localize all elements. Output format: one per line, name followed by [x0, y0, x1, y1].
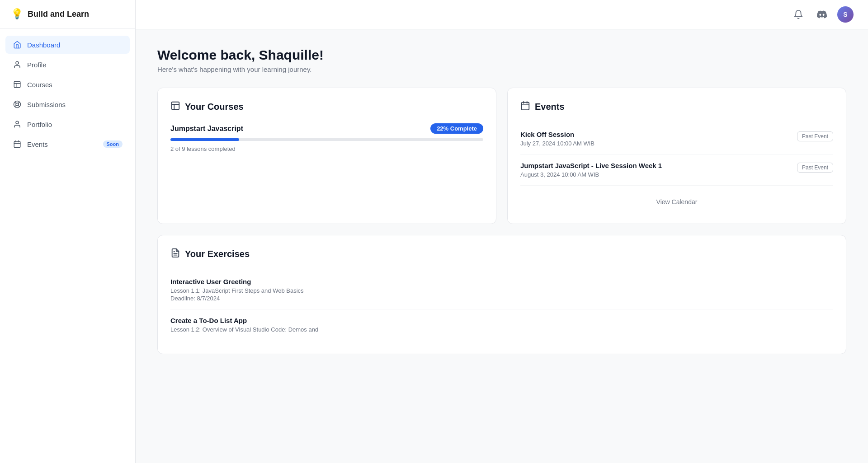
- courses-card: Your Courses Jumpstart Javascript 22% Co…: [157, 88, 496, 224]
- submissions-icon: [13, 100, 22, 109]
- events-card: Events Kick Off Session July 27, 2024 10…: [507, 88, 846, 224]
- sidebar-item-portfolio[interactable]: Portfolio: [5, 115, 130, 133]
- svg-rect-19: [522, 103, 529, 110]
- progress-bar-fill: [170, 138, 239, 141]
- welcome-subtitle: Here's what's happening with your learni…: [157, 65, 846, 73]
- exercise-item-2: Create a To-Do List App Lesson 1.2: Over…: [170, 309, 833, 341]
- exercises-card-title: Your Exercises: [185, 249, 250, 259]
- svg-line-9: [18, 102, 19, 103]
- sidebar: 💡 Build and Learn Dashboard Profile: [0, 0, 136, 463]
- sidebar-item-profile-label: Profile: [27, 61, 47, 69]
- exercise-1-deadline: Deadline: 8/7/2024: [170, 295, 833, 302]
- sidebar-item-submissions[interactable]: Submissions: [5, 95, 130, 113]
- event-2-date: August 3, 2024 10:00 AM WIB: [520, 171, 662, 178]
- event-1-name: Kick Off Session: [520, 131, 594, 138]
- progress-badge: 22% Complete: [430, 123, 483, 134]
- svg-line-10: [15, 105, 16, 107]
- svg-rect-12: [14, 141, 20, 148]
- sidebar-item-profile[interactable]: Profile: [5, 56, 130, 74]
- soon-badge: Soon: [103, 140, 123, 148]
- exercises-card: Your Exercises Interactive User Greeting…: [157, 235, 846, 354]
- events-card-header: Events: [520, 101, 833, 112]
- sidebar-item-submissions-label: Submissions: [27, 101, 66, 108]
- svg-point-0: [16, 61, 19, 64]
- courses-card-header: Your Courses: [170, 101, 483, 112]
- sidebar-item-portfolio-label: Portfolio: [27, 121, 52, 128]
- exercise-1-lesson: Lesson 1.1: JavaScript First Steps and W…: [170, 287, 833, 294]
- exercise-2-lesson: Lesson 1.2: Overview of Visual Studio Co…: [170, 326, 833, 333]
- discord-button[interactable]: [814, 6, 830, 23]
- page-content: Welcome back, Shaquille! Here's what's h…: [136, 29, 868, 463]
- book-icon: [13, 80, 22, 89]
- event-1-date: July 27, 2024 10:00 AM WIB: [520, 140, 594, 147]
- event-2-name: Jumpstart JavaScript - Live Session Week…: [520, 162, 662, 169]
- events-card-icon: [520, 101, 530, 112]
- event-2-info: Jumpstart JavaScript - Live Session Week…: [520, 162, 662, 178]
- header: S: [136, 0, 868, 29]
- course-top: Jumpstart Javascript 22% Complete: [170, 123, 483, 134]
- view-calendar-button[interactable]: View Calendar: [520, 193, 833, 211]
- svg-rect-1: [14, 81, 20, 88]
- event-1-badge: Past Event: [797, 131, 833, 141]
- exercises-card-header: Your Exercises: [170, 248, 833, 260]
- sidebar-nav: Dashboard Profile Courses: [0, 28, 135, 160]
- exercise-2-name: Create a To-Do List App: [170, 317, 833, 324]
- events-card-title: Events: [535, 102, 565, 112]
- svg-line-7: [18, 105, 19, 107]
- courses-card-title: Your Courses: [185, 102, 244, 112]
- sidebar-item-dashboard-label: Dashboard: [27, 41, 60, 49]
- lessons-completed: 2 of 9 lessons completed: [170, 145, 236, 152]
- event-2-badge: Past Event: [797, 163, 833, 173]
- exercise-1-name: Interactive User Greeting: [170, 278, 833, 285]
- welcome-title: Welcome back, Shaquille!: [157, 47, 846, 63]
- svg-line-6: [15, 102, 16, 103]
- event-item-1: Kick Off Session July 27, 2024 10:00 AM …: [520, 123, 833, 154]
- logo-icon: 💡: [11, 8, 23, 20]
- app-name: Build and Learn: [28, 9, 89, 19]
- avatar[interactable]: S: [837, 6, 854, 23]
- user-icon: [13, 60, 22, 69]
- portfolio-icon: [13, 120, 22, 129]
- sidebar-item-courses-label: Courses: [27, 81, 52, 89]
- sidebar-item-dashboard[interactable]: Dashboard: [5, 36, 130, 54]
- course-name: Jumpstart Javascript: [170, 125, 243, 133]
- notification-button[interactable]: [790, 6, 807, 23]
- svg-point-11: [16, 121, 19, 124]
- course-item: Jumpstart Javascript 22% Complete 2 of 9…: [170, 123, 483, 153]
- courses-card-icon: [170, 101, 180, 112]
- event-1-info: Kick Off Session July 27, 2024 10:00 AM …: [520, 131, 594, 147]
- calendar-icon: [13, 140, 22, 149]
- progress-bar-background: [170, 138, 483, 141]
- sidebar-logo: 💡 Build and Learn: [0, 0, 135, 28]
- sidebar-item-events-label: Events: [27, 140, 48, 148]
- avatar-image: S: [837, 6, 854, 23]
- svg-rect-16: [172, 102, 179, 110]
- sidebar-item-events[interactable]: Events Soon: [5, 135, 130, 153]
- exercises-card-icon: [170, 248, 180, 260]
- sidebar-item-courses[interactable]: Courses: [5, 75, 130, 94]
- cards-row: Your Courses Jumpstart Javascript 22% Co…: [157, 88, 846, 224]
- main-content: S Welcome back, Shaquille! Here's what's…: [136, 0, 868, 463]
- exercise-item-1: Interactive User Greeting Lesson 1.1: Ja…: [170, 271, 833, 309]
- home-icon: [13, 40, 22, 49]
- event-item-2: Jumpstart JavaScript - Live Session Week…: [520, 154, 833, 186]
